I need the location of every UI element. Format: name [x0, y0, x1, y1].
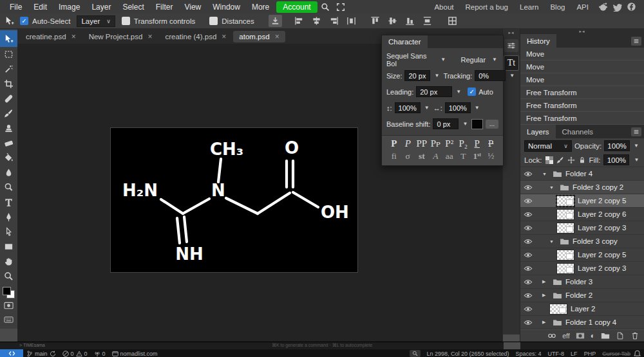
- tool-move[interactable]: [0, 30, 17, 47]
- tool-marquee[interactable]: [0, 47, 17, 62]
- tool-paint-bucket[interactable]: [0, 151, 17, 165]
- visibility-eye-icon[interactable]: [524, 239, 536, 244]
- caret-right-icon[interactable]: ▶: [542, 293, 549, 298]
- tab-history[interactable]: History: [520, 34, 556, 48]
- align-bottom-icon[interactable]: [403, 15, 417, 27]
- layer-thumbnail[interactable]: [556, 263, 574, 274]
- history-item-free-transform[interactable]: Free Transform: [520, 86, 644, 99]
- layer-row-layer-2[interactable]: Layer 2: [520, 302, 644, 316]
- caret-right-icon[interactable]: ▶: [542, 320, 549, 325]
- align-middle-icon[interactable]: [386, 15, 399, 27]
- visibility-eye-icon[interactable]: [524, 279, 536, 285]
- reddit-icon[interactable]: [598, 2, 608, 12]
- facebook-icon[interactable]: [627, 2, 636, 12]
- type-style-button[interactable]: P²: [442, 137, 457, 150]
- tool-hand[interactable]: [0, 254, 17, 269]
- visibility-eye-icon[interactable]: [524, 212, 536, 217]
- type-style-button[interactable]: Pᴘ: [429, 137, 443, 150]
- history-item-free-transform[interactable]: Free Transform: [520, 112, 644, 125]
- cursor-tab-item[interactable]: Cursor Tab: [599, 351, 634, 357]
- leading-input[interactable]: 20 px: [416, 86, 452, 97]
- menu-layer[interactable]: Layer: [86, 2, 117, 12]
- caret-down-icon[interactable]: ▼: [439, 57, 447, 62]
- menu-image[interactable]: Image: [53, 2, 86, 12]
- caret-down-icon[interactable]: ▼: [549, 185, 556, 190]
- caret-right-icon[interactable]: ▶: [542, 279, 549, 284]
- visibility-eye-icon[interactable]: [524, 171, 536, 177]
- history-item-move[interactable]: Move: [520, 48, 644, 60]
- history-item-move[interactable]: Move: [520, 60, 644, 73]
- type-style-button[interactable]: PP: [415, 137, 429, 150]
- indentation-item[interactable]: Spaces: 4: [513, 351, 545, 357]
- status-search-icon[interactable]: [410, 350, 421, 357]
- problems-item[interactable]: 0 0: [59, 351, 91, 357]
- distribute-vertical-icon[interactable]: [421, 15, 434, 27]
- account-button[interactable]: Account: [276, 1, 317, 13]
- visibility-eye-icon[interactable]: [524, 252, 536, 258]
- collapse-right-panel-icon[interactable]: ▸◂: [520, 29, 644, 34]
- menu-edit[interactable]: Edit: [28, 2, 53, 12]
- git-branch-item[interactable]: main: [23, 351, 59, 357]
- layer-row-folder-3-copy[interactable]: ▼Folder 3 copy: [520, 235, 644, 248]
- layer-row-folder-1-copy-4[interactable]: ▶Folder 1 copy 4: [520, 316, 644, 329]
- leading-auto-checkbox[interactable]: ✓: [468, 87, 476, 96]
- language-item[interactable]: PHP: [581, 351, 600, 357]
- close-icon[interactable]: ×: [147, 33, 152, 40]
- align-right-icon[interactable]: [327, 15, 341, 27]
- cursor-position-item[interactable]: Ln 2998, Col 20 (2650 selected): [423, 351, 512, 357]
- layer-row-layer-2-copy-6[interactable]: Layer 2 copy 6: [520, 208, 644, 221]
- type-style-button[interactable]: T: [457, 150, 471, 163]
- transform-controls-checkbox[interactable]: [122, 17, 130, 25]
- history-item-free-transform[interactable]: Free Transform: [520, 99, 644, 112]
- align-left-icon[interactable]: [292, 15, 306, 27]
- notifications-bell-icon[interactable]: [634, 350, 641, 357]
- tool-clone-stamp[interactable]: [0, 121, 17, 136]
- type-style-button[interactable]: 1ˢᵗ: [470, 150, 484, 163]
- new-layer-icon[interactable]: [616, 332, 625, 340]
- layer-row-folder-3[interactable]: ▶Folder 3: [520, 275, 644, 289]
- fullscreen-icon[interactable]: [333, 3, 348, 12]
- type-style-button[interactable]: P: [470, 137, 484, 150]
- twitter-icon[interactable]: [612, 2, 622, 12]
- menu-about[interactable]: About: [428, 3, 459, 12]
- tool-crop[interactable]: [0, 77, 17, 91]
- caret-down-icon[interactable]: ▼: [491, 57, 498, 62]
- properties-sliders-icon[interactable]: [504, 39, 518, 52]
- tool-path-select[interactable]: [0, 224, 17, 239]
- document-canvas[interactable]: CH₃ O H₂N N OH NH: [111, 128, 357, 272]
- visibility-eye-icon[interactable]: [524, 266, 536, 271]
- caret-down-icon[interactable]: ▼: [473, 105, 481, 111]
- visibility-eye-icon[interactable]: [524, 306, 536, 312]
- search-icon[interactable]: [317, 3, 333, 12]
- ports-item[interactable]: 0: [91, 351, 109, 357]
- type-style-button[interactable]: P: [484, 137, 498, 150]
- layer-effects-button[interactable]: eff: [562, 332, 569, 340]
- collapse-panels-icon[interactable]: ▸◂: [508, 30, 514, 36]
- layer-row-folder-4[interactable]: ▼Folder 4: [520, 167, 644, 181]
- menu-window[interactable]: Window: [207, 2, 246, 12]
- caret-down-icon[interactable]: ▼: [632, 143, 640, 149]
- tool-eraser[interactable]: [0, 136, 17, 151]
- close-icon[interactable]: ×: [275, 33, 279, 40]
- quick-mask-icon[interactable]: [0, 298, 17, 313]
- lock-all-icon[interactable]: [578, 156, 586, 165]
- menu-blog[interactable]: Blog: [544, 3, 571, 12]
- type-style-button[interactable]: st: [415, 150, 429, 163]
- fill-value[interactable]: 100%: [603, 154, 629, 165]
- text-color-swatch[interactable]: [471, 119, 482, 129]
- more-options-button[interactable]: ...: [486, 120, 498, 129]
- tool-dodge[interactable]: [0, 180, 17, 195]
- align-center-horizontal-icon[interactable]: [310, 15, 323, 27]
- foreground-color-swatch[interactable]: [3, 287, 11, 295]
- type-style-button[interactable]: P: [401, 137, 415, 150]
- close-icon[interactable]: ×: [71, 33, 76, 40]
- type-style-button[interactable]: fi: [387, 150, 401, 163]
- layer-row-layer-2-copy-5[interactable]: Layer 2 copy 5: [520, 248, 644, 262]
- tool-zoom[interactable]: [0, 269, 17, 284]
- close-icon[interactable]: ×: [222, 33, 226, 40]
- caret-down-icon[interactable]: ▼: [549, 239, 556, 244]
- grid-view-icon[interactable]: [446, 15, 459, 27]
- menu-filter[interactable]: Filter: [150, 2, 179, 12]
- visibility-eye-icon[interactable]: [524, 198, 536, 204]
- opacity-value[interactable]: 100%: [604, 140, 630, 151]
